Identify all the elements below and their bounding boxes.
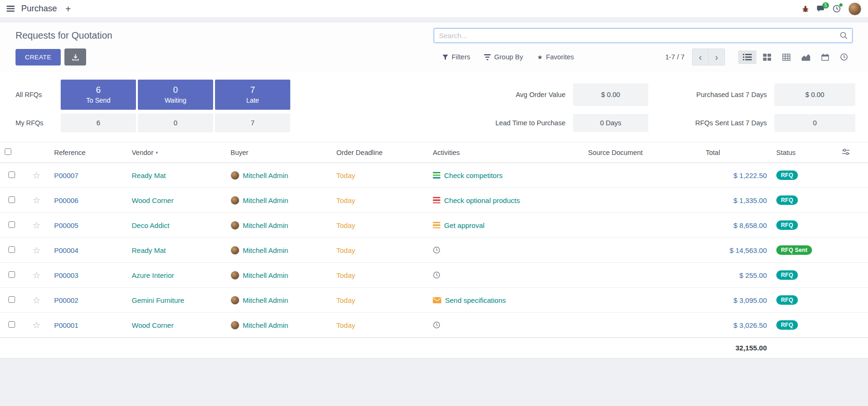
buyer-link[interactable]: Mitchell Admin bbox=[243, 296, 288, 304]
favorite-star-icon[interactable]: ☆ bbox=[32, 295, 40, 305]
buyer-link[interactable]: Mitchell Admin bbox=[243, 271, 288, 279]
group-by-menu[interactable]: Group By bbox=[484, 53, 523, 61]
header-status[interactable]: Status bbox=[772, 142, 837, 163]
optional-columns-button[interactable] bbox=[837, 142, 868, 163]
rfq-row[interactable]: ☆ P00006 Wood Corner Mitchell Admin Toda… bbox=[0, 188, 868, 213]
kanban-view-button[interactable] bbox=[758, 50, 776, 64]
user-avatar[interactable] bbox=[848, 2, 861, 16]
activities-clock-icon[interactable] bbox=[833, 5, 841, 13]
export-download-button[interactable] bbox=[64, 49, 86, 65]
row-checkbox[interactable] bbox=[8, 221, 15, 228]
activity-button[interactable]: Check competitors bbox=[433, 171, 579, 179]
buyer-link[interactable]: Mitchell Admin bbox=[243, 321, 288, 329]
activity-view-button[interactable] bbox=[836, 50, 852, 64]
rfq-row[interactable]: ☆ P00001 Wood Corner Mitchell Admin Toda… bbox=[0, 313, 868, 338]
header-total[interactable]: Total bbox=[701, 142, 772, 163]
vendor-link[interactable]: Ready Mat bbox=[132, 171, 166, 179]
row-checkbox[interactable] bbox=[8, 196, 15, 203]
vendor-link[interactable]: Gemini Furniture bbox=[132, 296, 184, 304]
reference-link[interactable]: P00001 bbox=[54, 321, 79, 329]
my-to-send-tile[interactable]: 6 bbox=[61, 114, 136, 132]
bottom-empty-area bbox=[0, 358, 868, 406]
rfq-row[interactable]: ☆ P00004 Ready Mat Mitchell Admin Today … bbox=[0, 238, 868, 263]
waiting-label: Waiting bbox=[165, 97, 186, 104]
late-label: Late bbox=[246, 97, 259, 104]
debug-bug-icon[interactable] bbox=[802, 5, 809, 13]
favorite-star-icon[interactable]: ☆ bbox=[32, 195, 40, 205]
reference-link[interactable]: P00006 bbox=[54, 196, 79, 204]
activity-button[interactable] bbox=[433, 246, 579, 254]
header-activities[interactable]: Activities bbox=[428, 142, 583, 163]
activity-button[interactable]: Send specifications bbox=[433, 296, 579, 304]
rfq-row[interactable]: ☆ P00007 Ready Mat Mitchell Admin Today … bbox=[0, 163, 868, 188]
pager-next-button[interactable]: › bbox=[709, 49, 725, 65]
header-source-document[interactable]: Source Document bbox=[583, 142, 701, 163]
pivot-view-button[interactable] bbox=[778, 50, 795, 64]
reference-link[interactable]: P00003 bbox=[54, 271, 79, 279]
pager-previous-button[interactable]: ‹ bbox=[692, 49, 709, 65]
row-checkbox[interactable] bbox=[8, 321, 15, 328]
reference-link[interactable]: P00002 bbox=[54, 296, 79, 304]
reference-link[interactable]: P00004 bbox=[54, 246, 79, 254]
favorite-star-icon[interactable]: ☆ bbox=[32, 245, 40, 255]
activity-button[interactable] bbox=[433, 321, 579, 329]
app-name[interactable]: Purchase bbox=[21, 4, 57, 14]
apps-menu-icon[interactable] bbox=[7, 6, 15, 12]
activity-button[interactable]: Check optional products bbox=[433, 196, 579, 204]
messages-icon[interactable]: 5 bbox=[817, 5, 825, 13]
total-amount: $ 255.00 bbox=[740, 271, 767, 279]
vendor-link[interactable]: Ready Mat bbox=[132, 246, 166, 254]
select-all-checkbox[interactable] bbox=[5, 148, 11, 155]
to-send-count: 6 bbox=[96, 85, 101, 95]
vendor-link[interactable]: Azure Interior bbox=[132, 271, 174, 279]
list-view-button[interactable] bbox=[738, 50, 757, 64]
activity-button[interactable]: Get approval bbox=[433, 221, 579, 229]
tile-waiting[interactable]: 0 Waiting bbox=[138, 80, 213, 110]
favorite-star-icon[interactable]: ☆ bbox=[32, 320, 40, 330]
search-icon[interactable] bbox=[836, 32, 852, 40]
reference-link[interactable]: P00007 bbox=[54, 171, 79, 179]
header-reference[interactable]: Reference bbox=[49, 142, 127, 163]
reference-link[interactable]: P00005 bbox=[54, 221, 79, 229]
buyer-link[interactable]: Mitchell Admin bbox=[243, 196, 288, 204]
favorite-star-icon[interactable]: ☆ bbox=[32, 270, 40, 280]
avg-order-value: $ 0.00 bbox=[573, 83, 648, 106]
row-checkbox[interactable] bbox=[8, 246, 15, 253]
tile-late[interactable]: 7 Late bbox=[215, 80, 290, 110]
create-button[interactable]: CREATE bbox=[16, 49, 61, 65]
new-record-plus-icon[interactable]: + bbox=[64, 4, 73, 14]
header-vendor[interactable]: Vendor▾ bbox=[127, 142, 226, 163]
row-checkbox[interactable] bbox=[8, 271, 15, 278]
favorite-star-icon[interactable]: ☆ bbox=[32, 171, 40, 180]
header-order-deadline[interactable]: Order Deadline bbox=[332, 142, 428, 163]
buyer-link[interactable]: Mitchell Admin bbox=[243, 171, 288, 179]
view-switcher bbox=[738, 50, 852, 64]
activity-button[interactable] bbox=[433, 271, 579, 279]
row-checkbox[interactable] bbox=[8, 171, 15, 178]
my-late-tile[interactable]: 7 bbox=[215, 114, 290, 132]
buyer-link[interactable]: Mitchell Admin bbox=[243, 246, 288, 254]
vendor-link[interactable]: Deco Addict bbox=[132, 221, 169, 229]
filters-menu[interactable]: Filters bbox=[442, 53, 470, 61]
vendor-link[interactable]: Wood Corner bbox=[132, 321, 174, 329]
rfq-row[interactable]: ☆ P00005 Deco Addict Mitchell Admin Toda… bbox=[0, 213, 868, 238]
search-input[interactable] bbox=[434, 29, 836, 42]
calendar-view-button[interactable] bbox=[817, 50, 834, 64]
vendor-link[interactable]: Wood Corner bbox=[132, 196, 174, 204]
favorites-label: Favorites bbox=[546, 53, 574, 61]
activity-label: Check competitors bbox=[444, 171, 502, 179]
row-checkbox[interactable] bbox=[8, 296, 15, 303]
buyer-link[interactable]: Mitchell Admin bbox=[243, 221, 288, 229]
buyer-avatar bbox=[231, 321, 239, 330]
graph-view-button[interactable] bbox=[797, 50, 815, 64]
rfq-row[interactable]: ☆ P00002 Gemini Furniture Mitchell Admin… bbox=[0, 288, 868, 313]
schedule-clock-icon bbox=[433, 271, 440, 279]
tile-to-send[interactable]: 6 To Send bbox=[61, 80, 136, 110]
search-bar[interactable] bbox=[434, 28, 852, 43]
my-waiting-tile[interactable]: 0 bbox=[138, 114, 213, 132]
rfq-row[interactable]: ☆ P00003 Azure Interior Mitchell Admin T… bbox=[0, 263, 868, 288]
status-badge: RFQ bbox=[776, 195, 798, 205]
header-buyer[interactable]: Buyer bbox=[226, 142, 332, 163]
favorite-star-icon[interactable]: ☆ bbox=[32, 220, 40, 230]
favorites-menu[interactable]: ★ Favorites bbox=[537, 53, 574, 61]
